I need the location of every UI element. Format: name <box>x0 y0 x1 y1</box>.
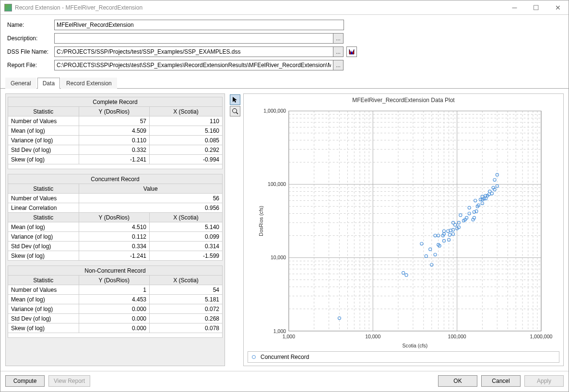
view-report-button[interactable]: View Report <box>48 375 90 387</box>
report-file-input[interactable] <box>54 60 333 70</box>
magnifier-icon <box>232 108 238 115</box>
compute-button[interactable]: Compute <box>5 375 45 387</box>
pointer-icon <box>232 96 238 103</box>
tab-record-extension[interactable]: Record Extension <box>61 78 117 89</box>
tab-data[interactable]: Data <box>37 78 60 89</box>
dss-file-label: DSS File Name: <box>7 48 54 55</box>
window-title: Record Extension - MFEelRiver_RecordExte… <box>15 4 504 11</box>
plot-icon-button[interactable] <box>346 46 357 57</box>
description-browse-button[interactable]: … <box>333 33 344 44</box>
plot-title: MFEelRiver_RecordExtension Data Plot <box>248 96 559 106</box>
tab-general[interactable]: General <box>5 78 36 89</box>
svg-point-0 <box>233 109 237 113</box>
svg-text:10,000: 10,000 <box>271 255 286 261</box>
svg-text:1,000: 1,000 <box>283 334 295 339</box>
plot-area: MFEelRiver_RecordExtension Data Plot Sco… <box>243 93 564 366</box>
complete-record-title: Complete Record <box>8 97 223 107</box>
complete-record-table: Complete Record Statistic Y (DosRios) X … <box>8 97 223 169</box>
plot-legend: Concurrent Record <box>248 351 559 363</box>
name-input[interactable] <box>54 20 344 30</box>
svg-line-1 <box>237 113 238 115</box>
concurrent-record-table: Concurrent Record Statistic Value Number… <box>8 174 223 261</box>
titlebar: Record Extension - MFEelRiver_RecordExte… <box>0 0 569 15</box>
report-file-label: Report File: <box>7 62 54 69</box>
maximize-button[interactable]: ☐ <box>525 0 547 14</box>
report-browse-button[interactable]: … <box>333 60 344 70</box>
close-button[interactable]: ✕ <box>547 0 569 14</box>
histogram-icon <box>348 48 355 55</box>
form-area: Name: Description: … DSS File Name: … Re… <box>0 15 569 76</box>
svg-text:1,000: 1,000 <box>273 328 286 334</box>
scatter-plot[interactable]: Scotia (cfs) DosRios (cfs) 1,000 10,000 … <box>248 106 559 349</box>
nonconcurrent-record-table: Non-Concurrent Record Statistic Y (DosRi… <box>8 265 223 338</box>
svg-text:1,000,000: 1,000,000 <box>530 334 553 339</box>
dss-browse-button[interactable]: … <box>333 46 344 57</box>
window-controls: ─ ☐ ✕ <box>504 0 569 14</box>
name-label: Name: <box>7 22 54 28</box>
svg-text:100,000: 100,000 <box>268 181 286 187</box>
statistics-panel: Complete Record Statistic Y (DosRios) X … <box>5 93 225 366</box>
app-window: Record Extension - MFEelRiver_RecordExte… <box>0 0 569 392</box>
svg-text:100,000: 100,000 <box>448 334 466 339</box>
tab-data-content: Complete Record Statistic Y (DosRios) X … <box>0 89 569 371</box>
dss-file-input[interactable] <box>54 46 333 57</box>
apply-button[interactable]: Apply <box>524 375 564 387</box>
zoom-tool-button[interactable] <box>230 106 240 116</box>
legend-label: Concurrent Record <box>261 354 309 360</box>
tab-strip: General Data Record Extension <box>0 77 569 89</box>
nonconcurrent-record-title: Non-Concurrent Record <box>8 266 223 276</box>
svg-text:10,000: 10,000 <box>365 334 380 339</box>
legend-marker-icon <box>252 355 256 359</box>
plot-panel: MFEelRiver_RecordExtension Data Plot Sco… <box>230 93 564 366</box>
button-bar: Compute View Report OK Cancel Apply <box>0 371 569 392</box>
description-input[interactable] <box>54 33 333 44</box>
concurrent-record-title: Concurrent Record <box>8 174 223 184</box>
app-icon <box>4 4 12 12</box>
svg-text:1,000,000: 1,000,000 <box>263 108 286 114</box>
pointer-tool-button[interactable] <box>230 94 240 105</box>
x-axis-label: Scotia (cfs) <box>403 343 428 348</box>
cancel-button[interactable]: Cancel <box>481 375 521 387</box>
minimize-button[interactable]: ─ <box>504 0 525 14</box>
ok-button[interactable]: OK <box>438 375 477 387</box>
y-axis-label: DosRios (cfs) <box>258 206 264 236</box>
description-label: Description: <box>7 35 54 42</box>
plot-toolbar <box>230 93 240 366</box>
svg-rect-2 <box>289 111 541 331</box>
